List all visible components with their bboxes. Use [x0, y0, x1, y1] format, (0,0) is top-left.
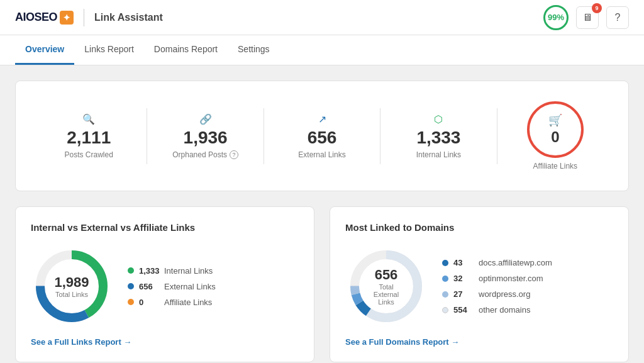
- external-dot: [128, 283, 134, 289]
- stat-external-links: ↗ 656 External Links: [264, 108, 380, 164]
- domain-label-2: wordpress.org: [479, 289, 530, 299]
- links-total-value: 1,989: [54, 274, 89, 291]
- external-legend-label: External Links: [164, 282, 216, 291]
- domain-label-0: docs.affiliatewp.com: [479, 258, 552, 267]
- app-title: Link Assistant: [94, 12, 163, 23]
- header-right: 99% 🖥 9 ?: [543, 5, 629, 30]
- domains-report-link[interactable]: See a Full Domains Report →: [345, 337, 613, 347]
- internal-links-label: Internal Links: [416, 150, 461, 159]
- bottom-row: Internal vs External vs Affiliate Links …: [15, 206, 629, 362]
- links-report-link[interactable]: See a Full Links Report →: [31, 337, 299, 347]
- domain-dot-2: [442, 291, 448, 298]
- domain-dot-3: [442, 307, 448, 313]
- cart-icon: 🛒: [548, 113, 562, 127]
- domain-item-0: 43 docs.affiliatewp.com: [442, 258, 552, 267]
- links-legend: 1,333 Internal Links 656 External Links …: [128, 266, 216, 307]
- tab-domains-report[interactable]: Domains Report: [144, 35, 228, 65]
- tab-overview[interactable]: Overview: [15, 35, 74, 65]
- stat-posts-crawled: 🔍 2,111 Posts Crawled: [31, 108, 147, 164]
- stat-affiliate-links: 🛒 0 Affiliate Links: [497, 96, 613, 176]
- internal-legend-value: 1,333: [139, 266, 159, 276]
- internal-legend-label: Internal Links: [164, 266, 213, 276]
- stats-card: 🔍 2,111 Posts Crawled 🔗 1,936 Orphaned P…: [15, 81, 629, 191]
- domain-value-0: 43: [453, 258, 474, 267]
- domain-item-1: 32 optinmonster.com: [442, 274, 552, 283]
- domains-donut-center: 656 Total External Links: [366, 267, 407, 306]
- aioseo-logo: AIOSEO ✦: [15, 11, 74, 25]
- legend-affiliate: 0 Affiliate Links: [128, 298, 216, 307]
- domains-chart-card: Most Linked to Domains 656 Total Externa…: [330, 206, 629, 362]
- links-chart-card: Internal vs External vs Affiliate Links …: [15, 206, 314, 362]
- logo-text: AIOSEO: [15, 11, 57, 24]
- external-links-label: External Links: [298, 150, 345, 159]
- tab-settings[interactable]: Settings: [228, 35, 280, 65]
- legend-external: 656 External Links: [128, 282, 216, 291]
- stat-internal-links: ⬡ 1,333 Internal Links: [380, 108, 497, 164]
- main-content: 🔍 2,111 Posts Crawled 🔗 1,936 Orphaned P…: [0, 65, 644, 363]
- domains-chart-title: Most Linked to Domains: [345, 222, 613, 233]
- domains-legend: 43 docs.affiliatewp.com 32 optinmonster.…: [442, 258, 552, 315]
- affiliate-circle: 🛒 0: [527, 101, 584, 158]
- affiliate-links-value: 0: [551, 128, 559, 146]
- domain-item-2: 27 wordpress.org: [442, 289, 552, 299]
- legend-internal: 1,333 Internal Links: [128, 266, 216, 276]
- affiliate-dot: [128, 299, 134, 305]
- orphan-icon: 🔗: [199, 113, 212, 125]
- help-button[interactable]: ?: [606, 6, 629, 29]
- orphaned-posts-label: Orphaned Posts ?: [172, 150, 238, 159]
- links-donut-center: 1,989 Total Links: [54, 274, 89, 298]
- links-chart-title: Internal vs External vs Affiliate Links: [31, 222, 299, 233]
- links-donut-chart: 1,989 Total Links: [31, 245, 113, 327]
- orphaned-help-icon[interactable]: ?: [230, 150, 238, 159]
- domains-total-label: Total External Links: [366, 283, 407, 306]
- posts-crawled-label: Posts Crawled: [65, 150, 113, 159]
- links-donut-section: 1,989 Total Links 1,333 Internal Links 6…: [31, 245, 299, 327]
- score-circle[interactable]: 99%: [543, 5, 569, 30]
- domain-item-3: 554 other domains: [442, 305, 552, 315]
- affiliate-legend-label: Affiliate Links: [164, 298, 212, 307]
- domain-label-1: optinmonster.com: [479, 274, 543, 283]
- internal-links-value: 1,333: [416, 128, 460, 148]
- domains-section: 656 Total External Links 43 docs.affilia…: [345, 245, 613, 327]
- domains-donut-chart: 656 Total External Links: [345, 245, 427, 327]
- tab-links-report[interactable]: Links Report: [74, 35, 144, 65]
- external-link-icon: ↗: [318, 113, 326, 125]
- domain-value-2: 27: [453, 289, 474, 299]
- nav-tabs: Overview Links Report Domains Report Set…: [0, 35, 644, 65]
- links-total-label: Total Links: [54, 291, 89, 298]
- domains-total-value: 656: [366, 267, 407, 283]
- domain-value-3: 554: [453, 305, 474, 315]
- orphaned-posts-value: 1,936: [184, 128, 228, 148]
- internal-link-icon: ⬡: [434, 113, 443, 125]
- external-links-value: 656: [308, 128, 337, 148]
- logo-icon: ✦: [60, 11, 74, 25]
- monitor-icon: 🖥: [582, 12, 592, 23]
- notifications-button[interactable]: 🖥 9: [576, 6, 599, 29]
- external-legend-value: 656: [139, 282, 159, 291]
- search-icon: 🔍: [82, 113, 95, 125]
- domain-label-3: other domains: [479, 305, 530, 315]
- header-divider: [84, 9, 84, 26]
- domain-dot-0: [442, 260, 448, 266]
- header: AIOSEO ✦ Link Assistant 99% 🖥 9 ?: [0, 0, 644, 35]
- internal-dot: [128, 267, 134, 274]
- domain-value-1: 32: [453, 274, 474, 283]
- domain-dot-1: [442, 276, 448, 282]
- affiliate-legend-value: 0: [139, 298, 159, 307]
- posts-crawled-value: 2,111: [67, 128, 111, 148]
- notification-badge: 9: [592, 3, 602, 13]
- question-icon: ?: [615, 12, 621, 23]
- affiliate-links-label: Affiliate Links: [533, 162, 577, 170]
- stat-orphaned-posts: 🔗 1,936 Orphaned Posts ?: [147, 108, 264, 164]
- header-left: AIOSEO ✦ Link Assistant: [15, 9, 163, 26]
